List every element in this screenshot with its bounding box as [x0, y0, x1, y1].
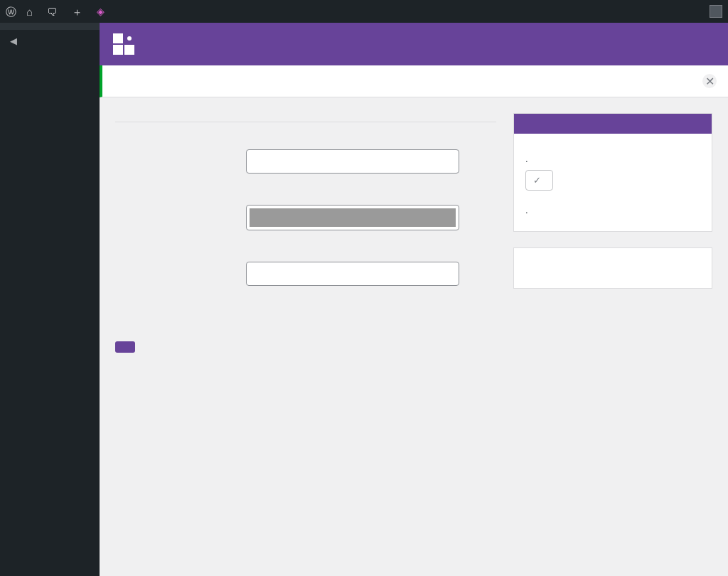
collapse-icon: ◀ — [7, 36, 20, 46]
save-changes-button[interactable] — [115, 341, 135, 353]
comment-icon: 🗨 — [47, 6, 58, 17]
faust-logo-icon — [112, 33, 135, 55]
menu-locations-label — [117, 253, 245, 307]
graphiql-ide-link[interactable]: ◈ — [97, 6, 109, 17]
site-name-link[interactable]: ⌂ — [26, 6, 37, 17]
home-icon: ⌂ — [26, 6, 33, 17]
content-area: ✕ — [100, 23, 728, 576]
documentation-card — [513, 247, 712, 289]
settings-saved-notice: ✕ — [100, 65, 728, 97]
comments-link[interactable]: 🗨 — [47, 6, 62, 17]
frontend-url-label — [117, 141, 245, 195]
get-started-card: . ✓ . — [513, 113, 712, 232]
frontend-url-input[interactable] — [246, 149, 459, 174]
get-started-title — [514, 114, 712, 134]
settings-form — [115, 139, 496, 334]
dismiss-notice-button[interactable]: ✕ — [702, 74, 717, 88]
settings-submenu — [0, 23, 100, 30]
account-link[interactable] — [701, 5, 722, 18]
graphql-icon: ◈ — [97, 6, 105, 17]
menu-locations-input[interactable] — [246, 262, 459, 286]
admin-bar: ⓦ ⌂ 🗨 ＋ ◈ — [0, 0, 728, 23]
plus-icon: ＋ — [72, 6, 82, 17]
faust-banner — [100, 23, 728, 65]
wpgraphql-status: ✓ — [525, 170, 553, 191]
avatar — [710, 5, 722, 18]
check-icon: ✓ — [533, 175, 541, 186]
wp-logo[interactable]: ⓦ — [6, 6, 16, 17]
secret-key-label — [117, 196, 245, 252]
secret-key-field[interactable] — [246, 205, 459, 230]
collapse-menu[interactable]: ◀ — [0, 30, 100, 52]
admin-sidebar: ◀ — [0, 23, 100, 576]
new-content-link[interactable]: ＋ — [72, 6, 87, 17]
features-label — [117, 309, 245, 333]
